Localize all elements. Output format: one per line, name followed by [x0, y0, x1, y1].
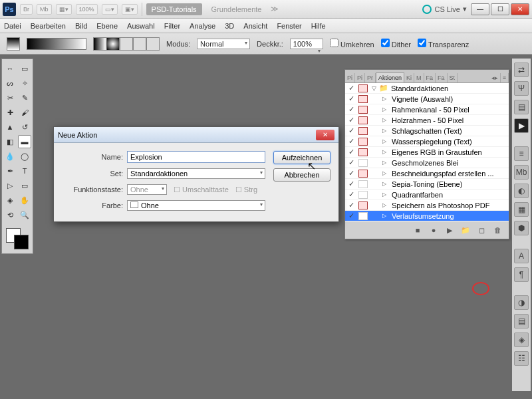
hand-tool-icon[interactable]: ✋ [18, 194, 31, 207]
dock-icon[interactable]: A [514, 249, 529, 263]
path-tool-icon[interactable]: ▷ [3, 179, 17, 192]
stop-icon[interactable]: ■ [413, 225, 422, 235]
close-button[interactable]: ✕ [511, 3, 529, 15]
action-row[interactable]: ✓▷Wasserspiegelung (Text) [345, 136, 509, 147]
color-swatches[interactable] [3, 227, 31, 251]
dock-icon[interactable]: ▤ [514, 100, 529, 114]
action-row[interactable]: ✓▷Vignette (Auswahl) [345, 94, 509, 104]
panel-tab[interactable]: St [448, 73, 458, 82]
dock-icon[interactable]: ◐ [514, 184, 529, 198]
play-icon[interactable]: ▶ [445, 225, 454, 235]
screen-mode-icon[interactable]: ▣▾ [122, 4, 138, 15]
lasso-tool-icon[interactable]: ᔕ [3, 76, 17, 90]
dock-icon[interactable]: ≡ [514, 146, 529, 161]
action-row[interactable]: ✓▷Beschneidungspfad erstellen ... [345, 168, 509, 179]
new-set-icon[interactable]: 📁 [461, 225, 470, 235]
history-brush-icon[interactable]: ↺ [18, 120, 31, 134]
actions-dock-icon[interactable]: ▶ [514, 118, 529, 133]
3d-tool-icon[interactable]: ◈ [3, 194, 17, 207]
panel-tab[interactable]: Pr [365, 73, 376, 82]
action-row[interactable]: ✓▷Geschmolzenes Blei [345, 158, 509, 168]
gradient-preview[interactable] [27, 38, 86, 50]
brush-tool-icon[interactable]: 🖌 [18, 106, 31, 119]
reflected-gradient-icon[interactable] [133, 37, 146, 51]
new-action-icon[interactable]: ◻ [477, 225, 486, 235]
dock-icon[interactable]: ◑ [514, 295, 529, 310]
panel-tab[interactable]: Ki [404, 73, 414, 82]
linear-gradient-icon[interactable] [93, 37, 106, 51]
panel-menu-icon[interactable]: ≡ [501, 73, 509, 82]
dialog-close-button[interactable]: ✕ [316, 130, 334, 140]
action-row[interactable]: ✓▷Schlagschatten (Text) [345, 126, 509, 136]
actions-folder-row[interactable]: ✓ ▽ 📁 Standardaktionen [345, 83, 509, 94]
panel-collapse-icon[interactable]: ◂▸ [489, 73, 501, 82]
opacity-field[interactable]: 100% [290, 39, 323, 49]
blur-tool-icon[interactable]: 💧 [3, 150, 17, 163]
diamond-gradient-icon[interactable] [146, 37, 160, 51]
transparency-checkbox[interactable]: Transparenz [418, 39, 469, 49]
trash-icon[interactable]: 🗑 [493, 225, 502, 235]
menu-item[interactable]: Hilfe [311, 22, 326, 30]
panel-tab[interactable]: Fa [436, 73, 448, 82]
eraser-tool-icon[interactable]: ◧ [3, 135, 17, 148]
workspace-tab[interactable]: Grundelemente [206, 3, 267, 15]
workspace-tab[interactable]: PSD-Tutorials [146, 3, 202, 15]
menu-item[interactable]: Filter [164, 22, 180, 30]
cslive-button[interactable]: CS Live ▾ [422, 5, 467, 14]
marquee-tool-icon[interactable]: ▭ [18, 62, 31, 75]
panel-tab[interactable]: Pi [345, 73, 355, 82]
record-icon[interactable]: ● [429, 225, 438, 235]
dock-icon[interactable]: ¶ [514, 267, 529, 282]
type-tool-icon[interactable]: T [18, 164, 31, 178]
menu-item[interactable]: Ebene [96, 22, 118, 30]
dock-icon[interactable]: ⬢ [514, 221, 529, 235]
action-row[interactable]: ✓▷Eigenes RGB in Graustufen [345, 147, 509, 158]
gradient-tool-icon[interactable]: ▬ [18, 135, 31, 148]
dock-icon[interactable]: ▦ [514, 202, 529, 217]
angle-gradient-icon[interactable] [120, 37, 133, 51]
stamp-tool-icon[interactable]: ▲ [3, 120, 17, 134]
record-button[interactable]: Aufzeichnen [273, 151, 331, 164]
action-row[interactable]: ✓▷Rahmenkanal - 50 Pixel [345, 104, 509, 115]
mode-dropdown[interactable]: Normal [197, 39, 250, 49]
wand-tool-icon[interactable]: ✧ [18, 76, 31, 90]
dock-icon[interactable]: Mb [514, 165, 529, 180]
dock-icon[interactable]: Ψ [514, 81, 529, 96]
panel-tab-actions[interactable]: Aktionen [376, 72, 404, 82]
menu-item[interactable]: Ansicht [243, 22, 267, 30]
color-dropdown[interactable]: Ohne [127, 200, 265, 211]
eyedropper-tool-icon[interactable]: ✎ [18, 91, 31, 104]
panel-tab[interactable]: Pi [355, 73, 365, 82]
menu-item[interactable]: Bild [75, 22, 87, 30]
minibridge-icon[interactable]: Mb [37, 4, 52, 15]
bridge-icon[interactable]: Br [20, 4, 33, 15]
cancel-button[interactable]: Abbrechen [273, 168, 331, 182]
panel-tab[interactable]: M [414, 73, 424, 82]
dock-icon[interactable]: ◈ [514, 332, 529, 347]
dock-icon[interactable]: ▤ [514, 314, 529, 329]
zoom-tool-icon[interactable]: 🔍 [18, 208, 31, 221]
arrange-icon[interactable]: ▭▾ [102, 4, 118, 15]
heal-tool-icon[interactable]: ✚ [3, 106, 17, 119]
tool-preset[interactable] [7, 37, 20, 51]
minimize-button[interactable]: — [471, 3, 489, 15]
menu-item[interactable]: Bearbeiten [31, 22, 66, 30]
fkey-dropdown[interactable]: Ohne [127, 184, 167, 195]
zoom-level[interactable]: 100% [76, 4, 98, 15]
dock-icon[interactable]: ⇄ [514, 63, 529, 77]
menu-item[interactable]: Datei [4, 22, 21, 30]
name-input[interactable] [127, 151, 265, 163]
action-row[interactable]: ✓▷Holzrahmen - 50 Pixel [345, 115, 509, 126]
background-swatch[interactable] [14, 235, 29, 249]
action-row[interactable]: ✓▷Sepia-Toning (Ebene) [345, 179, 509, 190]
move-tool-icon[interactable]: ↔ [3, 62, 17, 75]
view-extras-icon[interactable]: ▦▾ [56, 4, 72, 15]
action-row[interactable]: ✓▷Verlaufsumsetzung [345, 211, 509, 221]
maximize-button[interactable]: ☐ [491, 3, 509, 15]
menu-item[interactable]: Auswahl [127, 22, 155, 30]
pen-tool-icon[interactable]: ✒ [3, 164, 17, 178]
radial-gradient-icon[interactable] [106, 37, 120, 51]
menu-item[interactable]: Analyse [190, 22, 215, 30]
reverse-checkbox[interactable]: Umkehren [330, 39, 374, 49]
dock-icon[interactable]: ☷ [514, 351, 529, 366]
